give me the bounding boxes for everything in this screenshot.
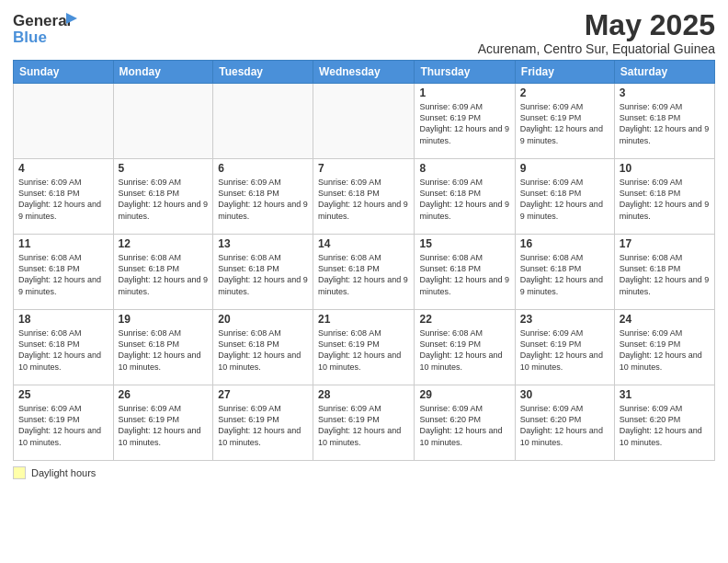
day-number: 14 bbox=[318, 237, 409, 250]
day-number: 1 bbox=[419, 86, 509, 99]
day-info: Sunrise: 6:09 AM Sunset: 6:20 PM Dayligh… bbox=[520, 403, 609, 448]
day-info: Sunrise: 6:09 AM Sunset: 6:19 PM Dayligh… bbox=[419, 101, 509, 146]
calendar-header-row: Sunday Monday Tuesday Wednesday Thursday… bbox=[14, 61, 715, 84]
day-info: Sunrise: 6:09 AM Sunset: 6:19 PM Dayligh… bbox=[119, 403, 209, 448]
calendar-cell: 9Sunrise: 6:09 AM Sunset: 6:18 PM Daylig… bbox=[515, 159, 614, 235]
day-info: Sunrise: 6:09 AM Sunset: 6:19 PM Dayligh… bbox=[520, 327, 609, 373]
day-number: 6 bbox=[218, 162, 308, 175]
calendar-cell: 1Sunrise: 6:09 AM Sunset: 6:19 PM Daylig… bbox=[415, 84, 515, 159]
day-number: 23 bbox=[520, 313, 609, 326]
calendar-cell: 2Sunrise: 6:09 AM Sunset: 6:19 PM Daylig… bbox=[515, 84, 614, 159]
calendar-cell: 11Sunrise: 6:08 AM Sunset: 6:18 PM Dayli… bbox=[14, 235, 114, 310]
calendar-week-1: 1Sunrise: 6:09 AM Sunset: 6:19 PM Daylig… bbox=[14, 84, 715, 159]
calendar-week-5: 25Sunrise: 6:09 AM Sunset: 6:19 PM Dayli… bbox=[14, 385, 715, 461]
calendar-cell: 22Sunrise: 6:08 AM Sunset: 6:19 PM Dayli… bbox=[415, 310, 515, 385]
col-friday: Friday bbox=[515, 61, 614, 84]
day-number: 3 bbox=[620, 86, 710, 99]
calendar-cell: 18Sunrise: 6:08 AM Sunset: 6:18 PM Dayli… bbox=[14, 310, 114, 385]
day-number: 13 bbox=[218, 237, 308, 250]
day-info: Sunrise: 6:08 AM Sunset: 6:18 PM Dayligh… bbox=[318, 252, 409, 297]
calendar-cell: 7Sunrise: 6:09 AM Sunset: 6:18 PM Daylig… bbox=[313, 159, 415, 235]
day-info: Sunrise: 6:09 AM Sunset: 6:19 PM Dayligh… bbox=[620, 327, 710, 373]
calendar-cell bbox=[213, 84, 313, 159]
col-saturday: Saturday bbox=[614, 61, 714, 84]
sub-title: Acurenam, Centro Sur, Equatorial Guinea bbox=[478, 41, 715, 56]
day-info: Sunrise: 6:08 AM Sunset: 6:18 PM Dayligh… bbox=[18, 327, 108, 373]
day-number: 24 bbox=[620, 313, 710, 326]
day-number: 11 bbox=[18, 237, 108, 250]
calendar-cell: 4Sunrise: 6:09 AM Sunset: 6:18 PM Daylig… bbox=[14, 159, 114, 235]
calendar-week-3: 11Sunrise: 6:08 AM Sunset: 6:18 PM Dayli… bbox=[14, 235, 715, 310]
day-number: 2 bbox=[520, 86, 609, 99]
day-info: Sunrise: 6:08 AM Sunset: 6:18 PM Dayligh… bbox=[218, 252, 308, 297]
calendar-cell: 25Sunrise: 6:09 AM Sunset: 6:19 PM Dayli… bbox=[14, 385, 114, 461]
day-info: Sunrise: 6:09 AM Sunset: 6:18 PM Dayligh… bbox=[318, 177, 409, 222]
day-number: 28 bbox=[318, 388, 409, 401]
day-info: Sunrise: 6:09 AM Sunset: 6:19 PM Dayligh… bbox=[318, 403, 409, 448]
col-tuesday: Tuesday bbox=[213, 61, 313, 84]
day-info: Sunrise: 6:08 AM Sunset: 6:18 PM Dayligh… bbox=[218, 327, 308, 373]
day-info: Sunrise: 6:09 AM Sunset: 6:18 PM Dayligh… bbox=[218, 177, 308, 222]
daylight-label: Daylight hours bbox=[31, 467, 96, 478]
day-number: 20 bbox=[218, 313, 308, 326]
calendar-cell bbox=[14, 84, 114, 159]
calendar-cell: 12Sunrise: 6:08 AM Sunset: 6:18 PM Dayli… bbox=[113, 235, 213, 310]
calendar-cell: 14Sunrise: 6:08 AM Sunset: 6:18 PM Dayli… bbox=[313, 235, 415, 310]
calendar-cell: 24Sunrise: 6:09 AM Sunset: 6:19 PM Dayli… bbox=[614, 310, 714, 385]
day-number: 27 bbox=[218, 388, 308, 401]
day-number: 29 bbox=[419, 388, 509, 401]
day-info: Sunrise: 6:09 AM Sunset: 6:18 PM Dayligh… bbox=[419, 177, 509, 222]
calendar-cell: 31Sunrise: 6:09 AM Sunset: 6:20 PM Dayli… bbox=[614, 385, 714, 461]
svg-text:Blue: Blue bbox=[13, 29, 47, 46]
svg-marker-2 bbox=[66, 13, 77, 24]
col-wednesday: Wednesday bbox=[313, 61, 415, 84]
day-number: 22 bbox=[419, 313, 509, 326]
day-number: 5 bbox=[119, 162, 209, 175]
calendar-cell: 28Sunrise: 6:09 AM Sunset: 6:19 PM Dayli… bbox=[313, 385, 415, 461]
day-info: Sunrise: 6:08 AM Sunset: 6:18 PM Dayligh… bbox=[119, 327, 209, 373]
day-info: Sunrise: 6:08 AM Sunset: 6:19 PM Dayligh… bbox=[419, 327, 509, 373]
page: GeneralBlue May 2025 Acurenam, Centro Su… bbox=[0, 0, 728, 563]
logo: GeneralBlue bbox=[13, 9, 79, 46]
calendar-cell: 16Sunrise: 6:08 AM Sunset: 6:18 PM Dayli… bbox=[515, 235, 614, 310]
calendar-cell: 30Sunrise: 6:09 AM Sunset: 6:20 PM Dayli… bbox=[515, 385, 614, 461]
calendar-cell: 19Sunrise: 6:08 AM Sunset: 6:18 PM Dayli… bbox=[113, 310, 213, 385]
day-info: Sunrise: 6:09 AM Sunset: 6:19 PM Dayligh… bbox=[18, 403, 108, 448]
day-number: 9 bbox=[520, 162, 609, 175]
calendar-cell: 10Sunrise: 6:09 AM Sunset: 6:18 PM Dayli… bbox=[614, 159, 714, 235]
calendar-cell bbox=[313, 84, 415, 159]
day-number: 4 bbox=[18, 162, 108, 175]
day-number: 21 bbox=[318, 313, 409, 326]
day-info: Sunrise: 6:08 AM Sunset: 6:19 PM Dayligh… bbox=[318, 327, 409, 373]
day-number: 7 bbox=[318, 162, 409, 175]
calendar-cell bbox=[113, 84, 213, 159]
day-info: Sunrise: 6:09 AM Sunset: 6:18 PM Dayligh… bbox=[18, 177, 108, 222]
svg-text:General: General bbox=[13, 12, 71, 29]
logo-svg: GeneralBlue bbox=[13, 9, 79, 46]
day-number: 8 bbox=[419, 162, 509, 175]
calendar-cell: 21Sunrise: 6:08 AM Sunset: 6:19 PM Dayli… bbox=[313, 310, 415, 385]
day-info: Sunrise: 6:08 AM Sunset: 6:18 PM Dayligh… bbox=[520, 252, 609, 297]
col-monday: Monday bbox=[113, 61, 213, 84]
day-info: Sunrise: 6:08 AM Sunset: 6:18 PM Dayligh… bbox=[18, 252, 108, 297]
calendar-cell: 26Sunrise: 6:09 AM Sunset: 6:19 PM Dayli… bbox=[113, 385, 213, 461]
day-info: Sunrise: 6:08 AM Sunset: 6:18 PM Dayligh… bbox=[419, 252, 509, 297]
header: GeneralBlue May 2025 Acurenam, Centro Su… bbox=[13, 9, 715, 56]
day-info: Sunrise: 6:09 AM Sunset: 6:20 PM Dayligh… bbox=[620, 403, 710, 448]
calendar-week-2: 4Sunrise: 6:09 AM Sunset: 6:18 PM Daylig… bbox=[14, 159, 715, 235]
day-number: 15 bbox=[419, 237, 509, 250]
day-info: Sunrise: 6:09 AM Sunset: 6:18 PM Dayligh… bbox=[620, 101, 710, 146]
calendar-cell: 8Sunrise: 6:09 AM Sunset: 6:18 PM Daylig… bbox=[415, 159, 515, 235]
day-number: 16 bbox=[520, 237, 609, 250]
day-number: 18 bbox=[18, 313, 108, 326]
day-info: Sunrise: 6:08 AM Sunset: 6:18 PM Dayligh… bbox=[119, 252, 209, 297]
day-number: 12 bbox=[119, 237, 209, 250]
day-info: Sunrise: 6:09 AM Sunset: 6:18 PM Dayligh… bbox=[620, 177, 710, 222]
title-block: May 2025 Acurenam, Centro Sur, Equatoria… bbox=[478, 9, 715, 56]
calendar-cell: 17Sunrise: 6:08 AM Sunset: 6:18 PM Dayli… bbox=[614, 235, 714, 310]
calendar: Sunday Monday Tuesday Wednesday Thursday… bbox=[13, 60, 715, 461]
calendar-cell: 29Sunrise: 6:09 AM Sunset: 6:20 PM Dayli… bbox=[415, 385, 515, 461]
footer: Daylight hours bbox=[13, 466, 715, 479]
col-sunday: Sunday bbox=[14, 61, 114, 84]
day-number: 26 bbox=[119, 388, 209, 401]
